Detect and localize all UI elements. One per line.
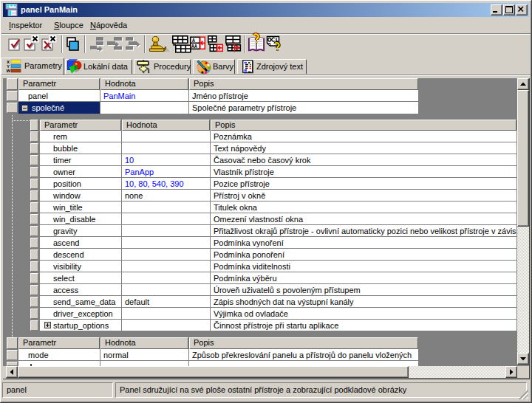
svg-text:A: A [192,38,195,44]
svg-text:W: W [7,69,11,73]
svg-text:AA: AA [191,44,197,49]
